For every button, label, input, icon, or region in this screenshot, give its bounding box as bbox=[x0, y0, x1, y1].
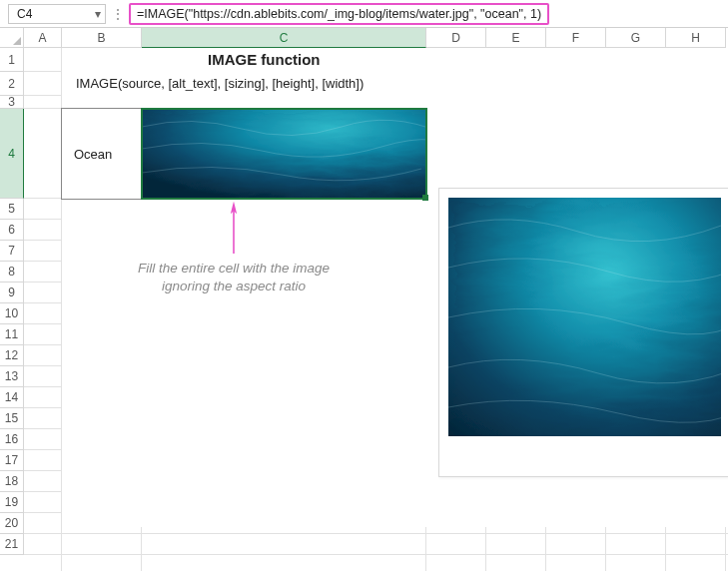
row-header-9[interactable]: 9 bbox=[0, 283, 24, 303]
column-header-h[interactable]: H bbox=[666, 28, 726, 48]
row-header-14[interactable]: 14 bbox=[0, 387, 24, 408]
image-preview-frame bbox=[438, 188, 728, 477]
row-headers: 123456789101112131415161718192021 bbox=[0, 48, 24, 571]
row-header-1[interactable]: 1 bbox=[0, 48, 24, 72]
page-title: IMAGE function bbox=[208, 51, 321, 68]
row-header-12[interactable]: 12 bbox=[0, 345, 24, 366]
spreadsheet-grid[interactable]: ABCDEFGH 1234567891011121314151617181920… bbox=[0, 28, 728, 571]
svg-rect-1 bbox=[142, 109, 426, 199]
name-box-value: C4 bbox=[17, 7, 32, 21]
row-header-18[interactable]: 18 bbox=[0, 471, 24, 492]
row-header-5[interactable]: 5 bbox=[0, 199, 24, 220]
column-header-e[interactable]: E bbox=[486, 28, 546, 48]
arrow-up-icon bbox=[219, 202, 249, 258]
formula-bar[interactable]: =IMAGE("https://cdn.ablebits.com/_img-bl… bbox=[129, 3, 549, 25]
row-header-10[interactable]: 10 bbox=[0, 303, 24, 324]
row-header-17[interactable]: 17 bbox=[0, 450, 24, 471]
row-header-3[interactable]: 3 bbox=[0, 96, 24, 109]
row-header-13[interactable]: 13 bbox=[0, 366, 24, 387]
row-header-2[interactable]: 2 bbox=[0, 72, 24, 96]
row-header-15[interactable]: 15 bbox=[0, 408, 24, 429]
cells-area[interactable]: IMAGE function IMAGE(source, [alt_text],… bbox=[24, 48, 728, 571]
row-header-20[interactable]: 20 bbox=[0, 513, 24, 534]
vertical-dots-icon[interactable]: ⋮ bbox=[112, 8, 123, 20]
row-header-8[interactable]: 8 bbox=[0, 262, 24, 283]
formula-bar-row: C4 ▾ ⋮ =IMAGE("https://cdn.ablebits.com/… bbox=[0, 0, 728, 28]
function-syntax: IMAGE(source, [alt_text], [sizing], [hei… bbox=[76, 76, 364, 91]
select-all-corner[interactable] bbox=[0, 28, 24, 48]
column-header-g[interactable]: G bbox=[606, 28, 666, 48]
caption-line-2: ignoring the aspect ratio bbox=[162, 279, 306, 293]
column-header-b[interactable]: B bbox=[62, 28, 142, 48]
water-image-large bbox=[448, 198, 721, 436]
label-cell[interactable]: Ocean bbox=[62, 109, 142, 199]
annotation-caption: Fill the entire cell with the image igno… bbox=[94, 260, 373, 295]
chevron-down-icon[interactable]: ▾ bbox=[95, 7, 101, 21]
row-header-19[interactable]: 19 bbox=[0, 492, 24, 513]
row-header-21[interactable]: 21 bbox=[0, 534, 24, 555]
water-image-small bbox=[142, 109, 426, 199]
column-header-d[interactable]: D bbox=[426, 28, 486, 48]
row-header-11[interactable]: 11 bbox=[0, 324, 24, 345]
column-headers: ABCDEFGH bbox=[0, 28, 728, 48]
caption-line-1: Fill the entire cell with the image bbox=[138, 261, 330, 276]
row-header-6[interactable]: 6 bbox=[0, 220, 24, 241]
example-table: Ocean bbox=[61, 108, 427, 200]
name-box[interactable]: C4 ▾ bbox=[8, 4, 106, 24]
row-header-7[interactable]: 7 bbox=[0, 241, 24, 262]
image-cell[interactable] bbox=[142, 109, 426, 199]
annotation: Fill the entire cell with the image igno… bbox=[94, 202, 373, 295]
column-header-f[interactable]: F bbox=[546, 28, 606, 48]
formula-text: =IMAGE("https://cdn.ablebits.com/_img-bl… bbox=[137, 7, 541, 21]
column-header-a[interactable]: A bbox=[24, 28, 62, 48]
row-header-4[interactable]: 4 bbox=[0, 109, 24, 199]
column-header-c[interactable]: C bbox=[142, 28, 426, 48]
row-header-16[interactable]: 16 bbox=[0, 429, 24, 450]
